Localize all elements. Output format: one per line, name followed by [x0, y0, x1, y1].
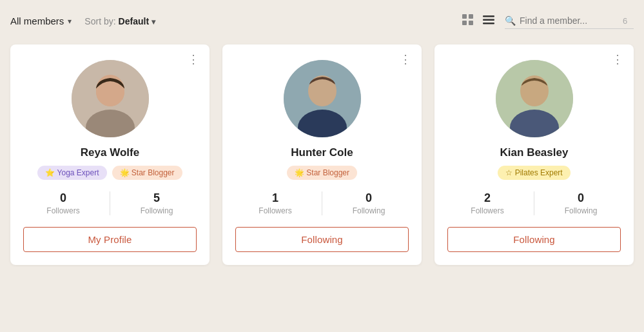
following-stat: 0 Following — [541, 191, 621, 215]
avatar — [496, 60, 573, 137]
badge-pilates: ☆ Pilates Expert — [498, 166, 570, 180]
followers-count: 1 — [272, 191, 278, 205]
sort-by-control: Sort by: Default ▾ — [84, 16, 155, 26]
member-badges: 🌟 Star Blogger — [287, 166, 357, 180]
member-name: Kian Beasley — [500, 146, 569, 159]
member-card-kian-beasley: ⋮ Kian Beasley ☆ Pilates Expert 2 Follow… — [434, 44, 634, 265]
followers-stat: 1 Followers — [235, 191, 315, 215]
followers-label: Followers — [46, 206, 79, 215]
following-label: Following — [141, 206, 173, 215]
search-count: 6 — [623, 16, 627, 26]
svg-rect-4 — [483, 15, 494, 17]
svg-rect-3 — [469, 21, 473, 25]
following-label: Following — [353, 206, 385, 215]
card-menu-button[interactable]: ⋮ — [397, 52, 414, 66]
avatar — [284, 60, 361, 137]
chevron-down-icon: ▾ — [68, 17, 72, 26]
stat-divider — [534, 191, 534, 215]
stat-divider — [322, 191, 322, 215]
list-view-button[interactable] — [480, 13, 497, 29]
search-icon: 🔍 — [505, 15, 516, 26]
svg-rect-2 — [462, 21, 467, 25]
search-input[interactable] — [520, 15, 616, 26]
page-container: All members ▾ Sort by: Default ▾ — [0, 0, 644, 332]
svg-rect-6 — [483, 23, 494, 24]
member-card-hunter-cole: ⋮ Hunter Cole 🌟 Star Blogger 1 Followers… — [222, 44, 422, 265]
search-bar: 🔍 6 — [505, 13, 634, 29]
svg-rect-5 — [483, 19, 494, 21]
followers-label: Followers — [259, 206, 291, 215]
sort-chevron-icon: ▾ — [151, 17, 155, 26]
action-button[interactable]: My Profile — [23, 227, 197, 252]
following-label: Following — [565, 206, 598, 215]
member-card-reya-wolfe: ⋮ Reya Wolfe ⭐ Yoga Expert🌟 Star Blogger… — [10, 44, 210, 265]
list-icon — [483, 14, 494, 26]
following-stat: 5 Following — [117, 191, 197, 215]
following-stat: 0 Following — [329, 191, 409, 215]
action-button[interactable]: Following — [235, 227, 409, 252]
card-menu-button[interactable]: ⋮ — [609, 52, 626, 66]
grid-view-button[interactable] — [460, 13, 476, 29]
card-menu-button[interactable]: ⋮ — [185, 52, 202, 66]
following-count: 5 — [153, 191, 160, 205]
action-button[interactable]: Following — [447, 227, 621, 252]
badge-star: 🌟 Star Blogger — [287, 166, 357, 180]
stats-row: 1 Followers 0 Following — [235, 191, 409, 215]
followers-stat: 2 Followers — [447, 191, 527, 215]
view-toggle — [460, 13, 497, 29]
member-name: Reya Wolfe — [81, 146, 139, 159]
followers-stat: 0 Followers — [23, 191, 103, 215]
stats-row: 2 Followers 0 Following — [447, 191, 621, 215]
toolbar: All members ▾ Sort by: Default ▾ — [10, 13, 634, 29]
member-name: Hunter Cole — [291, 146, 353, 159]
stat-divider — [110, 191, 110, 215]
all-members-label: All members — [10, 15, 64, 26]
followers-count: 0 — [60, 191, 66, 205]
followers-count: 2 — [484, 191, 491, 205]
svg-rect-1 — [469, 14, 473, 19]
following-count: 0 — [366, 191, 372, 205]
badge-yoga: ⭐ Yoga Expert — [37, 166, 106, 180]
sort-by-value[interactable]: Default ▾ — [119, 16, 155, 26]
stats-row: 0 Followers 5 Following — [23, 191, 197, 215]
all-members-button[interactable]: All members ▾ — [10, 15, 72, 26]
member-badges: ⭐ Yoga Expert🌟 Star Blogger — [37, 166, 182, 180]
grid-icon — [462, 14, 474, 26]
members-grid: ⋮ Reya Wolfe ⭐ Yoga Expert🌟 Star Blogger… — [10, 44, 634, 265]
following-count: 0 — [578, 191, 584, 205]
followers-label: Followers — [471, 206, 503, 215]
avatar — [72, 60, 149, 137]
badge-star: 🌟 Star Blogger — [112, 166, 182, 180]
svg-rect-0 — [462, 14, 467, 19]
sort-by-prefix: Sort by: — [84, 16, 115, 26]
member-badges: ☆ Pilates Expert — [498, 166, 570, 180]
